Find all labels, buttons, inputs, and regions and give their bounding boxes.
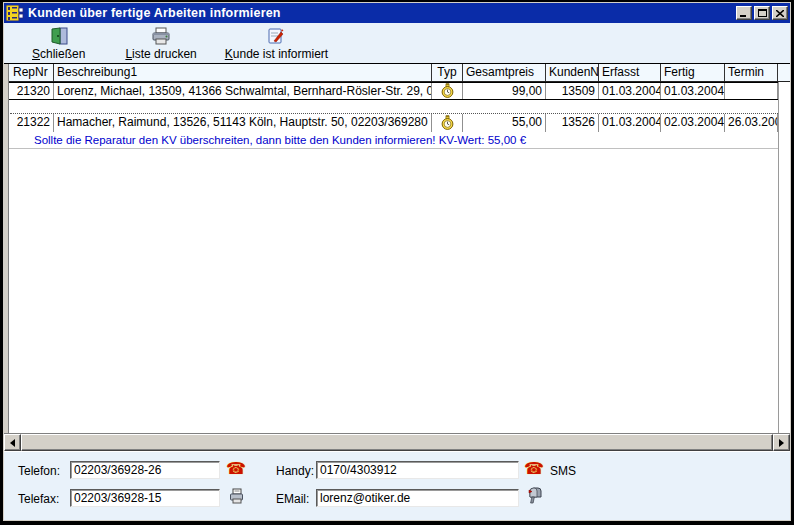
maximize-button[interactable] [754, 6, 770, 20]
row-note-empty [4, 100, 790, 113]
cell-termin: 26.03.2004 [725, 114, 778, 132]
contact-panel: Telefon: ☎ Handy: ☎ SMS Telefax: EMail: [4, 451, 790, 520]
record-selector-strip [4, 64, 9, 433]
cell-erfasst: 01.03.2004 [599, 83, 661, 99]
mailbox-icon [525, 487, 543, 505]
telefon-label: Telefon: [18, 464, 60, 478]
minimize-icon [740, 10, 748, 17]
cell-repnr: 21322 [10, 114, 54, 132]
phone-icon: ☎ [524, 461, 544, 477]
cell-fertig: 02.03.2004 [661, 114, 725, 132]
column-header-beschreibung1[interactable]: Beschreibung1 [54, 64, 432, 81]
column-header-gesamtpreis[interactable]: Gesamtpreis [463, 64, 546, 81]
toolbar-button-label: Kunde ist informiert [225, 47, 328, 61]
send-fax-button[interactable] [226, 486, 246, 506]
table-row[interactable]: 21322 Hamacher, Raimund, 13526, 51143 Kö… [4, 114, 790, 132]
send-email-button[interactable] [524, 486, 544, 506]
title-bar: Kunden über fertige Arbeiten informieren [4, 3, 790, 23]
scroll-right-button[interactable] [773, 434, 790, 451]
cell-termin [725, 83, 778, 99]
toolbar: Schließen Liste drucken [4, 23, 790, 64]
column-header-repnr[interactable]: RepNr [10, 64, 54, 81]
cell-kundennr: 13526 [546, 114, 599, 132]
cell-erfasst: 01.03.2004 [599, 114, 661, 132]
telefon-input[interactable] [70, 461, 220, 479]
horizontal-scrollbar[interactable] [4, 433, 790, 451]
close-icon [776, 10, 784, 17]
minimize-button[interactable] [736, 6, 752, 20]
telefax-label: Telefax: [18, 492, 59, 506]
email-input[interactable] [316, 489, 519, 507]
close-form-button[interactable]: Schließen [26, 25, 91, 62]
watch-icon [432, 114, 463, 132]
exit-door-icon [49, 26, 69, 46]
sms-label: SMS [550, 464, 576, 478]
maximize-icon [758, 9, 767, 17]
customer-informed-button[interactable]: Kunde ist informiert [219, 25, 334, 62]
app-window: Kunden über fertige Arbeiten informieren [0, 0, 794, 525]
cell-repnr: 21320 [10, 83, 54, 99]
note-pen-icon [266, 26, 286, 46]
email-label: EMail: [276, 492, 309, 506]
close-button[interactable] [772, 6, 788, 20]
vertical-scrollbar-track[interactable] [778, 82, 790, 433]
row-note: Sollte die Reparatur den KV überschreite… [4, 132, 790, 149]
column-header-fertig[interactable]: Fertig [661, 64, 725, 81]
arrow-right-icon [779, 439, 788, 447]
dial-phone-button[interactable]: ☎ [226, 459, 246, 479]
column-header-termin[interactable]: Termin [725, 64, 778, 81]
handy-label: Handy: [276, 464, 314, 478]
toolbar-button-label: Schließen [32, 47, 85, 61]
toolbar-button-label: Liste drucken [125, 47, 196, 61]
cell-beschreibung: Hamacher, Raimund, 13526, 51143 Köln, Ha… [54, 114, 432, 132]
window-title: Kunden über fertige Arbeiten informieren [28, 6, 281, 20]
dial-handy-button[interactable]: ☎ [524, 459, 544, 479]
cell-beschreibung: Lorenz, Michael, 13509, 41366 Schwalmtal… [54, 83, 432, 99]
cell-gesamtpreis: 55,00 [463, 114, 546, 132]
repairs-table: RepNr Beschreibung1 Typ Gesamtpreis Kund… [4, 64, 790, 433]
column-header-kundennr[interactable]: KundenNr [546, 64, 599, 81]
table-header-row: RepNr Beschreibung1 Typ Gesamtpreis Kund… [4, 64, 790, 82]
handy-input[interactable] [316, 461, 519, 479]
phone-icon: ☎ [226, 461, 246, 477]
printer-icon [150, 26, 172, 46]
watch-icon [432, 83, 463, 99]
cell-gesamtpreis: 99,00 [463, 83, 546, 99]
print-list-button[interactable]: Liste drucken [119, 25, 202, 62]
telefax-input[interactable] [70, 489, 220, 507]
cell-fertig: 01.03.2004 [661, 83, 725, 99]
ruler-icon [6, 5, 24, 21]
table-row[interactable]: 21320 Lorenz, Michael, 13509, 41366 Schw… [4, 82, 790, 100]
fax-icon [228, 488, 245, 505]
table-empty-area [4, 149, 790, 433]
cell-kundennr: 13509 [546, 83, 599, 99]
scrollbar-thumb[interactable] [21, 434, 773, 451]
column-header-typ[interactable]: Typ [432, 64, 463, 81]
arrow-left-icon [6, 439, 15, 447]
column-header-erfasst[interactable]: Erfasst [599, 64, 661, 81]
scroll-left-button[interactable] [4, 434, 21, 451]
